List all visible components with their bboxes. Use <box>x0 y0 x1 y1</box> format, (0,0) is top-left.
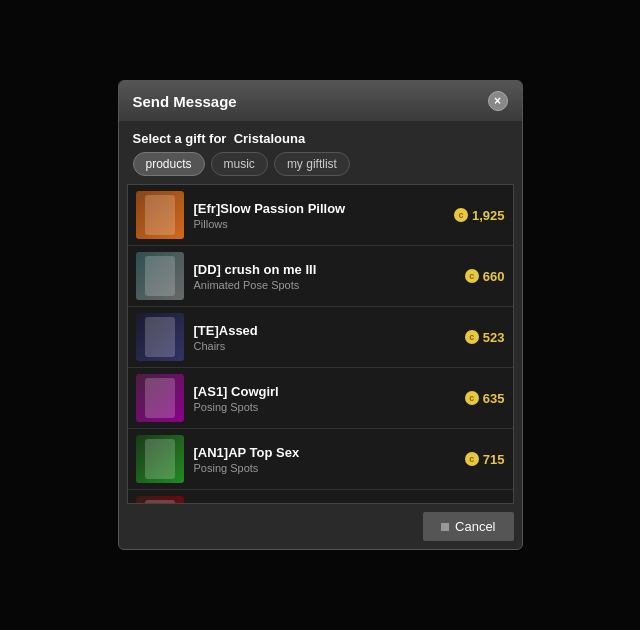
item-info: [TE]Assed Chairs <box>184 323 465 352</box>
item-category: Pillows <box>194 218 444 230</box>
item-name: [TE]Assed <box>194 323 455 338</box>
coin-icon: c <box>465 330 479 344</box>
price-value: 1,925 <box>472 208 505 223</box>
item-price: c 523 <box>465 330 505 345</box>
item-price: c 635 <box>465 391 505 406</box>
coin-icon: c <box>465 269 479 283</box>
coin-icon: c <box>465 452 479 466</box>
item-category: Animated Pose Spots <box>194 279 455 291</box>
item-price: c 1,925 <box>454 208 505 223</box>
item-thumbnail <box>136 374 184 422</box>
modal-footer: Cancel <box>119 504 522 549</box>
tab-bar: products music my giftlist <box>119 152 522 184</box>
item-name: [DD] crush on me III <box>194 262 455 277</box>
item-price: c 660 <box>465 269 505 284</box>
list-item[interactable]: [TE]Assed Chairs c 523 <box>128 307 513 368</box>
list-item[interactable]: [AN1]AP Top Sex Posing Spots c 715 <box>128 429 513 490</box>
list-item[interactable]: [Efr]Slow Passion Pillow Pillows c 1,925 <box>128 185 513 246</box>
item-name: [AN1]AP Top Sex <box>194 445 455 460</box>
tab-music[interactable]: music <box>211 152 268 176</box>
close-button[interactable]: × <box>488 91 508 111</box>
gift-list[interactable]: [Efr]Slow Passion Pillow Pillows c 1,925… <box>127 184 514 504</box>
item-thumbnail <box>136 313 184 361</box>
tab-giftlist[interactable]: my giftlist <box>274 152 350 176</box>
item-name: [Efr]Slow Passion Pillow <box>194 201 444 216</box>
send-message-modal: Send Message × Select a gift for Cristal… <box>118 80 523 550</box>
item-info: [DD] crush on me III Animated Pose Spots <box>184 262 465 291</box>
item-info: [Efr]Slow Passion Pillow Pillows <box>184 201 454 230</box>
recipient-name: Cristalouna <box>234 131 306 146</box>
price-value: 660 <box>483 269 505 284</box>
list-item[interactable]: [AS1] Cowgirl Posing Spots c 635 <box>128 368 513 429</box>
modal-overlay: Send Message × Select a gift for Cristal… <box>0 0 640 630</box>
item-thumbnail <box>136 191 184 239</box>
subtitle-prefix: Select a gift for <box>133 131 227 146</box>
list-item[interactable]: [DD] crush on me III Animated Pose Spots… <box>128 246 513 307</box>
item-info: [AS1] Cowgirl Posing Spots <box>184 384 465 413</box>
price-value: 523 <box>483 330 505 345</box>
cancel-icon <box>441 523 449 531</box>
item-price: c 715 <box>465 452 505 467</box>
modal-header: Send Message × <box>119 81 522 121</box>
cancel-label: Cancel <box>455 519 495 534</box>
price-value: 635 <box>483 391 505 406</box>
item-name: [AS1] Cowgirl <box>194 384 455 399</box>
modal-subtitle: Select a gift for Cristalouna <box>119 121 522 152</box>
tab-products[interactable]: products <box>133 152 205 176</box>
item-info: [AN1]AP Top Sex Posing Spots <box>184 445 465 474</box>
item-thumbnail <box>136 252 184 300</box>
coin-icon: c <box>454 208 468 222</box>
item-thumbnail <box>136 435 184 483</box>
item-category: Chairs <box>194 340 455 352</box>
coin-icon: c <box>465 391 479 405</box>
price-value: 715 <box>483 452 505 467</box>
item-category: Posing Spots <box>194 462 455 474</box>
item-category: Posing Spots <box>194 401 455 413</box>
modal-title: Send Message <box>133 93 237 110</box>
cancel-button[interactable]: Cancel <box>423 512 513 541</box>
item-thumbnail <box>136 496 184 504</box>
list-item[interactable]: IKT- Passion!! Posing Spots c 482 <box>128 490 513 504</box>
